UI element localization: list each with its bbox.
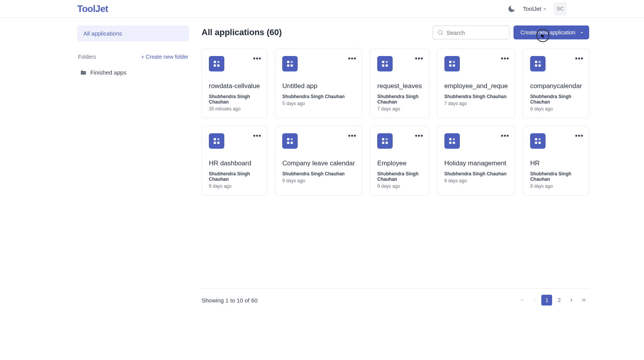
app-time: 9 days ago [444,178,508,183]
app-icon [377,133,393,149]
app-author: Shubhendra Singh Chauhan [444,171,508,177]
app-icon [209,133,224,149]
grid-add-icon [534,60,542,68]
moon-icon [507,5,516,13]
page-next[interactable] [566,295,577,306]
app-author: Shubhendra Singh Chauhan [209,171,260,182]
page-1[interactable]: 1 [541,295,552,306]
app-menu-button[interactable]: ••• [415,132,424,140]
page-last[interactable] [578,295,589,306]
svg-rect-31 [539,142,541,144]
chevron-left-icon [532,297,537,303]
app-menu-button[interactable]: ••• [501,132,509,140]
page-prev [529,295,540,306]
app-menu-button[interactable]: ••• [253,54,261,63]
search-box[interactable] [432,25,510,39]
header-right: ToolJet SC [507,2,567,15]
app-card[interactable]: ••• Untitled app Shubhendra Singh Chauha… [275,49,362,118]
app-card[interactable]: ••• rowdata-cellvalue Shubhendra Singh C… [202,49,267,118]
app-menu-button[interactable]: ••• [575,132,583,140]
svg-rect-13 [452,65,455,67]
svg-rect-9 [382,65,385,67]
app-icon [282,133,298,149]
app-menu-button[interactable]: ••• [348,54,356,63]
app-time: 9 days ago [377,183,422,189]
chevron-down-icon [543,7,547,11]
app-card[interactable]: ••• HR Shubhendra Singh Chauhan 9 days a… [523,126,589,195]
app-time: 5 days ago [282,101,355,106]
chevron-down-icon [580,31,584,34]
app-icon [282,56,298,71]
svg-rect-19 [217,142,220,144]
page-2[interactable]: 2 [554,295,564,306]
chevron-right-icon [569,297,574,303]
logo[interactable]: ToolJet [77,3,108,14]
app-card[interactable]: ••• Company leave calendar Shubhendra Si… [275,126,362,195]
svg-line-1 [442,34,443,35]
app-author: Shubhendra Singh Chauhan [377,171,422,182]
chevron-double-right-icon [581,297,586,303]
svg-rect-6 [287,65,290,67]
svg-rect-21 [287,142,290,144]
app-card[interactable]: ••• HR dashboard Shubhendra Singh Chauha… [202,126,267,195]
svg-rect-8 [382,61,385,63]
folder-name: Finished apps [90,69,126,76]
app-icon [444,56,460,71]
grid-add-icon [286,137,294,145]
create-app-label: Create new application [520,29,575,36]
folders-label: Folders [78,54,96,60]
app-name: companycalendar [530,82,582,90]
svg-point-0 [438,30,442,34]
app-card[interactable]: ••• companycalendar Shubhendra Singh Cha… [523,49,589,118]
svg-rect-15 [535,65,537,67]
svg-rect-16 [539,65,541,67]
app-card[interactable]: ••• Holiday management Shubhendra Singh … [437,126,515,195]
avatar[interactable]: SC [554,2,567,15]
app-menu-button[interactable]: ••• [501,54,509,63]
grid-add-icon [448,60,456,68]
app-author: Shubhendra Singh Chauhan [282,171,355,177]
svg-rect-14 [535,61,537,63]
content: All applications (60) Create new applica… [202,25,589,306]
app-time: 9 days ago [530,183,582,189]
folder-item-finished[interactable]: Finished apps [77,65,189,80]
app-menu-button[interactable]: ••• [415,54,424,63]
svg-rect-26 [449,138,451,141]
app-time: 9 days ago [282,178,355,183]
app-author: Shubhendra Singh Chauhan [209,94,260,105]
app-card[interactable]: ••• request_leaves Shubhendra Singh Chau… [370,49,429,118]
app-time: 7 days ago [377,106,422,112]
svg-rect-18 [214,142,216,144]
workspace-dropdown[interactable]: ToolJet [523,5,547,12]
app-icon [209,56,224,71]
svg-rect-28 [452,142,455,144]
main-container: All applications Folders + Create new fo… [0,18,644,313]
app-icon [530,133,546,149]
header-actions: Create new application [432,25,589,39]
theme-toggle[interactable] [507,5,516,13]
svg-rect-25 [386,142,388,144]
search-input[interactable] [446,29,504,36]
app-time: 9 days ago [209,183,260,189]
app-menu-button[interactable]: ••• [575,54,583,63]
app-menu-button[interactable]: ••• [253,132,261,140]
svg-rect-24 [382,142,385,144]
page-title: All applications (60) [202,27,282,37]
sidebar: All applications Folders + Create new fo… [77,25,189,306]
app-menu-button[interactable]: ••• [348,132,356,140]
app-time: 8 days ago [530,106,582,112]
app-author: Shubhendra Singh Chauhan [282,94,355,99]
create-app-button[interactable]: Create new application [514,25,589,39]
svg-rect-20 [287,138,290,141]
workspace-name: ToolJet [523,5,541,12]
create-folder-button[interactable]: + Create new folder [141,54,188,60]
search-icon [437,29,444,36]
app-card[interactable]: ••• employee_and_reque Shubhendra Singh … [437,49,515,118]
svg-rect-17 [214,138,216,141]
svg-rect-2 [214,61,216,63]
sidebar-item-all-apps[interactable]: All applications [77,25,189,41]
app-name: Company leave calendar [282,160,355,167]
svg-rect-11 [449,61,451,63]
app-card[interactable]: ••• Employee Shubhendra Singh Chauhan 9 … [370,126,429,195]
grid-add-icon [448,137,456,145]
